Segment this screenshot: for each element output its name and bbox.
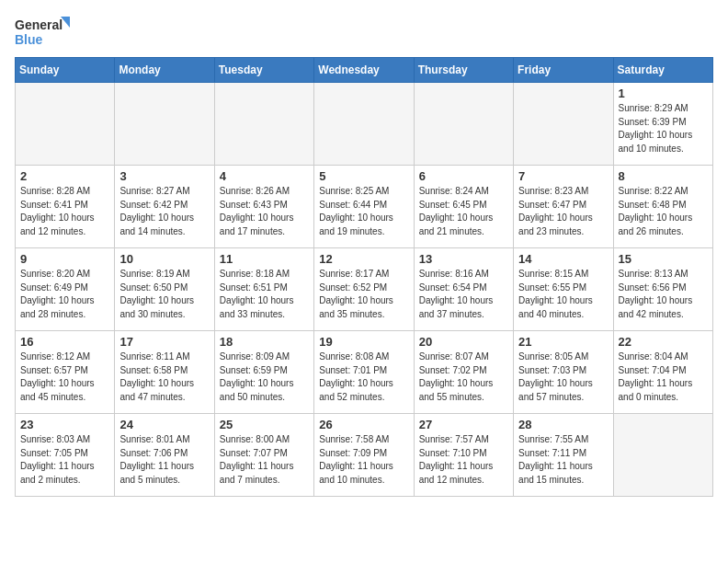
calendar-cell: 1Sunrise: 8:29 AM Sunset: 6:39 PM Daylig…: [613, 83, 712, 166]
day-info: Sunrise: 8:01 AM Sunset: 7:06 PM Dayligh…: [119, 433, 209, 487]
day-number: 1: [619, 86, 708, 100]
calendar-cell: 15Sunrise: 8:13 AM Sunset: 6:56 PM Dayli…: [613, 248, 712, 331]
calendar-cell: 24Sunrise: 8:01 AM Sunset: 7:06 PM Dayli…: [115, 414, 214, 497]
day-info: Sunrise: 8:25 AM Sunset: 6:44 PM Dayligh…: [319, 185, 408, 238]
calendar-cell: 19Sunrise: 8:08 AM Sunset: 7:01 PM Dayli…: [314, 331, 414, 414]
calendar-cell: 6Sunrise: 8:24 AM Sunset: 6:45 PM Daylig…: [414, 166, 513, 248]
dow-header-saturday: Saturday: [613, 58, 712, 83]
calendar-cell: 5Sunrise: 8:25 AM Sunset: 6:44 PM Daylig…: [314, 166, 414, 248]
day-number: 28: [518, 418, 608, 431]
day-info: Sunrise: 8:11 AM Sunset: 6:58 PM Dayligh…: [119, 350, 209, 404]
day-info: Sunrise: 8:09 AM Sunset: 6:59 PM Dayligh…: [220, 350, 309, 404]
day-number: 5: [319, 169, 408, 183]
calendar-cell: 4Sunrise: 8:26 AM Sunset: 6:43 PM Daylig…: [214, 166, 313, 248]
calendar-cell: [314, 83, 414, 166]
day-number: 8: [619, 169, 708, 183]
svg-text:Blue: Blue: [15, 32, 43, 47]
day-info: Sunrise: 7:57 AM Sunset: 7:10 PM Dayligh…: [419, 433, 508, 487]
day-number: 10: [119, 252, 209, 266]
calendar-cell: 23Sunrise: 8:03 AM Sunset: 7:05 PM Dayli…: [16, 414, 115, 497]
calendar-cell: 9Sunrise: 8:20 AM Sunset: 6:49 PM Daylig…: [16, 248, 115, 331]
day-number: 7: [518, 169, 608, 183]
day-info: Sunrise: 8:12 AM Sunset: 6:57 PM Dayligh…: [20, 350, 109, 404]
day-number: 26: [319, 418, 408, 431]
day-info: Sunrise: 8:17 AM Sunset: 6:52 PM Dayligh…: [319, 268, 408, 321]
day-info: Sunrise: 8:24 AM Sunset: 6:45 PM Dayligh…: [419, 185, 508, 238]
calendar-cell: 22Sunrise: 8:04 AM Sunset: 7:04 PM Dayli…: [613, 331, 712, 414]
day-info: Sunrise: 8:20 AM Sunset: 6:49 PM Dayligh…: [20, 268, 109, 321]
day-info: Sunrise: 8:18 AM Sunset: 6:51 PM Dayligh…: [220, 268, 309, 321]
calendar-table: SundayMondayTuesdayWednesdayThursdayFrid…: [15, 57, 713, 497]
calendar-cell: 27Sunrise: 7:57 AM Sunset: 7:10 PM Dayli…: [414, 414, 513, 497]
calendar-cell: 3Sunrise: 8:27 AM Sunset: 6:42 PM Daylig…: [115, 166, 214, 248]
day-number: 21: [518, 335, 608, 349]
day-number: 6: [419, 169, 508, 183]
day-info: Sunrise: 7:55 AM Sunset: 7:11 PM Dayligh…: [518, 433, 608, 487]
day-info: Sunrise: 8:00 AM Sunset: 7:07 PM Dayligh…: [220, 433, 309, 487]
day-info: Sunrise: 8:29 AM Sunset: 6:39 PM Dayligh…: [619, 102, 708, 155]
week-row-4: 23Sunrise: 8:03 AM Sunset: 7:05 PM Dayli…: [16, 414, 713, 497]
day-number: 15: [619, 252, 708, 266]
calendar-cell: 25Sunrise: 8:00 AM Sunset: 7:07 PM Dayli…: [214, 414, 313, 497]
svg-text:General: General: [15, 17, 63, 32]
calendar-cell: [514, 83, 613, 166]
day-number: 11: [220, 252, 309, 266]
calendar-cell: 14Sunrise: 8:15 AM Sunset: 6:55 PM Dayli…: [514, 248, 613, 331]
dow-header-friday: Friday: [514, 58, 613, 83]
day-info: Sunrise: 8:22 AM Sunset: 6:48 PM Dayligh…: [619, 185, 708, 238]
day-info: Sunrise: 8:13 AM Sunset: 6:56 PM Dayligh…: [619, 268, 708, 321]
logo-svg: General Blue: [15, 15, 70, 48]
calendar-cell: 10Sunrise: 8:19 AM Sunset: 6:50 PM Dayli…: [115, 248, 214, 331]
calendar-cell: 21Sunrise: 8:05 AM Sunset: 7:03 PM Dayli…: [514, 331, 613, 414]
calendar-cell: 8Sunrise: 8:22 AM Sunset: 6:48 PM Daylig…: [613, 166, 712, 248]
calendar-cell: 11Sunrise: 8:18 AM Sunset: 6:51 PM Dayli…: [214, 248, 313, 331]
calendar-cell: 20Sunrise: 8:07 AM Sunset: 7:02 PM Dayli…: [414, 331, 513, 414]
day-number: 20: [419, 335, 508, 349]
day-number: 19: [319, 335, 408, 349]
day-info: Sunrise: 8:16 AM Sunset: 6:54 PM Dayligh…: [419, 268, 508, 321]
dow-header-wednesday: Wednesday: [314, 58, 414, 83]
day-number: 4: [220, 169, 309, 183]
calendar-cell: 28Sunrise: 7:55 AM Sunset: 7:11 PM Dayli…: [514, 414, 613, 497]
calendar-cell: 26Sunrise: 7:58 AM Sunset: 7:09 PM Dayli…: [314, 414, 414, 497]
dow-header-tuesday: Tuesday: [214, 58, 313, 83]
week-row-3: 16Sunrise: 8:12 AM Sunset: 6:57 PM Dayli…: [16, 331, 713, 414]
calendar-cell: [613, 414, 712, 497]
calendar-cell: [414, 83, 513, 166]
calendar-cell: [16, 83, 115, 166]
day-number: 14: [518, 252, 608, 266]
day-info: Sunrise: 8:27 AM Sunset: 6:42 PM Dayligh…: [119, 185, 209, 238]
logo: General Blue: [15, 15, 70, 48]
day-info: Sunrise: 8:08 AM Sunset: 7:01 PM Dayligh…: [319, 350, 408, 404]
day-info: Sunrise: 8:23 AM Sunset: 6:47 PM Dayligh…: [518, 185, 608, 238]
calendar-cell: 18Sunrise: 8:09 AM Sunset: 6:59 PM Dayli…: [214, 331, 313, 414]
day-number: 23: [20, 418, 109, 431]
day-number: 25: [220, 418, 309, 431]
day-info: Sunrise: 8:04 AM Sunset: 7:04 PM Dayligh…: [619, 350, 708, 404]
day-number: 18: [220, 335, 309, 349]
day-info: Sunrise: 7:58 AM Sunset: 7:09 PM Dayligh…: [319, 433, 408, 487]
day-number: 9: [20, 252, 109, 266]
day-info: Sunrise: 8:03 AM Sunset: 7:05 PM Dayligh…: [20, 433, 109, 487]
day-number: 3: [119, 169, 209, 183]
day-number: 22: [619, 335, 708, 349]
calendar-cell: 16Sunrise: 8:12 AM Sunset: 6:57 PM Dayli…: [16, 331, 115, 414]
calendar-cell: 12Sunrise: 8:17 AM Sunset: 6:52 PM Dayli…: [314, 248, 414, 331]
day-info: Sunrise: 8:07 AM Sunset: 7:02 PM Dayligh…: [419, 350, 508, 404]
week-row-2: 9Sunrise: 8:20 AM Sunset: 6:49 PM Daylig…: [16, 248, 713, 331]
day-number: 2: [20, 169, 109, 183]
dow-header-sunday: Sunday: [16, 58, 115, 83]
calendar-cell: 2Sunrise: 8:28 AM Sunset: 6:41 PM Daylig…: [16, 166, 115, 248]
day-info: Sunrise: 8:15 AM Sunset: 6:55 PM Dayligh…: [518, 268, 608, 321]
dow-header-monday: Monday: [115, 58, 214, 83]
dow-header-thursday: Thursday: [414, 58, 513, 83]
day-info: Sunrise: 8:05 AM Sunset: 7:03 PM Dayligh…: [518, 350, 608, 404]
day-number: 24: [119, 418, 209, 431]
calendar-cell: [214, 83, 313, 166]
days-of-week-row: SundayMondayTuesdayWednesdayThursdayFrid…: [16, 58, 713, 83]
day-info: Sunrise: 8:19 AM Sunset: 6:50 PM Dayligh…: [119, 268, 209, 321]
page-header: General Blue: [15, 15, 713, 48]
day-number: 12: [319, 252, 408, 266]
day-info: Sunrise: 8:26 AM Sunset: 6:43 PM Dayligh…: [220, 185, 309, 238]
calendar-cell: 7Sunrise: 8:23 AM Sunset: 6:47 PM Daylig…: [514, 166, 613, 248]
